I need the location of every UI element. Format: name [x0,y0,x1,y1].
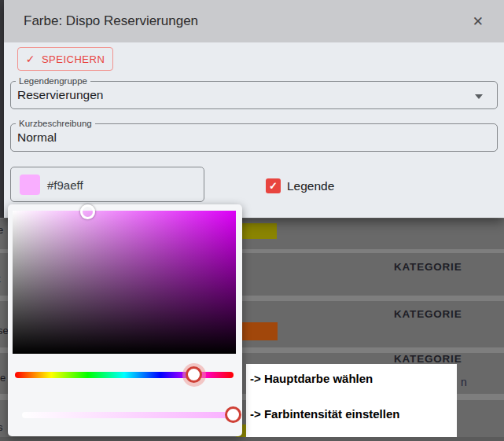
background-text-fragment: le [0,372,6,384]
intensity-slider-thumb[interactable] [225,406,241,423]
column-header-kategorie: KATEGORIE [394,308,462,320]
legende-checkbox[interactable]: ✓ [266,178,281,193]
save-button-label: SPEICHERN [42,53,105,65]
save-button[interactable]: ✓ SPEICHERN [17,47,113,71]
hue-slider-thumb[interactable] [186,366,202,383]
category-color-bar-olive [242,223,277,239]
color-hex-field[interactable]: #f9aeff [10,167,204,202]
background-text-fragment: e [0,224,3,236]
color-dialog: Farbe: Dispo Reservierungen ✕ ✓ SPEICHER… [4,0,504,218]
column-header-kategorie: KATEGORIE [394,261,462,273]
dialog-title: Farbe: Dispo Reservierungen [24,13,198,29]
saturation-gradient[interactable] [13,211,236,354]
color-picker-panel [8,204,242,436]
color-hex-value: #f9aeff [47,178,83,191]
screen: KATEGORIE KATEGORIE KATEGORIE e t se le … [0,0,504,441]
check-icon: ✓ [26,53,35,65]
backdrop-bottom-strip [0,437,504,441]
intensity-slider[interactable] [22,412,237,418]
column-header-kategorie: KATEGORIE [394,353,462,365]
dialog-header: Farbe: Dispo Reservierungen ✕ [4,0,504,42]
background-text-fragment: n [461,376,467,388]
legende-checkbox-label: Legende [287,179,334,193]
legendengruppe-label: Legendengruppe [16,76,90,86]
kurzbeschreibung-value: Normal [17,130,57,145]
kurzbeschreibung-label: Kurzbeschreibung [16,119,95,129]
background-text-fragment: t [0,273,1,285]
chevron-down-icon [475,94,483,99]
color-swatch [20,175,40,195]
legendengruppe-value: Reservierungen [17,88,103,102]
saturation-cursor[interactable] [80,204,95,219]
annotation-line-1: -> Hauptdarbe wählen [250,372,373,385]
annotation-box: -> Hauptdarbe wählen -> Farbintensität e… [246,364,457,437]
close-icon[interactable]: ✕ [473,13,484,30]
annotation-line-2: -> Farbintensität einstellen [250,407,399,421]
kurzbeschreibung-input[interactable]: Kurzbeschreibung Normal [10,123,498,152]
background-text-fragment: s [0,421,3,433]
legendengruppe-select[interactable]: Legendengruppe Reservierungen [10,81,498,109]
